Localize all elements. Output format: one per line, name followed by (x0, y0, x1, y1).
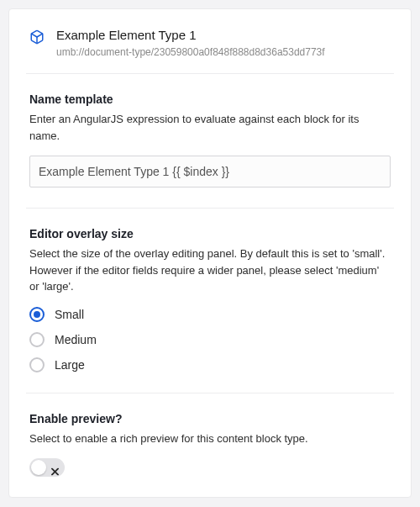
enable-preview-toggle[interactable] (29, 458, 65, 477)
overlay-size-option[interactable]: Medium (29, 332, 391, 347)
section-overlay-size: Editor overlay size Select the size of t… (9, 209, 411, 393)
name-template-input[interactable] (29, 156, 391, 187)
overlay-size-option[interactable]: Large (29, 357, 391, 372)
close-icon (51, 464, 59, 472)
header-uri: umb://document-type/23059800a0f848f888d8… (56, 46, 391, 58)
section-enable-preview: Enable preview? Select to enable a rich … (9, 393, 411, 498)
radio-button-icon (29, 332, 45, 347)
overlay-size-option-label: Large (55, 358, 85, 372)
enable-preview-title: Enable preview? (29, 412, 391, 425)
overlay-size-radio-group: SmallMediumLarge (29, 307, 391, 372)
overlay-size-title: Editor overlay size (29, 227, 391, 240)
overlay-size-option-label: Small (55, 308, 84, 321)
box-icon (29, 29, 45, 45)
overlay-size-option-label: Medium (55, 333, 97, 346)
radio-dot-icon (34, 311, 40, 318)
name-template-title: Name template (29, 92, 391, 106)
card-header: Example Element Type 1 umb://document-ty… (9, 9, 411, 73)
section-name-template: Name template Enter an AngularJS express… (9, 74, 411, 208)
radio-button-icon (29, 357, 45, 372)
overlay-size-description: Select the size of the overlay editing p… (29, 246, 391, 295)
radio-button-icon (29, 307, 45, 322)
name-template-description: Enter an AngularJS expression to evaluat… (29, 111, 391, 144)
enable-preview-description: Select to enable a rich preview for this… (29, 430, 391, 447)
settings-card: Example Element Type 1 umb://document-ty… (8, 8, 412, 498)
header-texts: Example Element Type 1 umb://document-ty… (56, 28, 391, 58)
header-title: Example Element Type 1 (56, 28, 391, 43)
toggle-knob (31, 460, 46, 475)
overlay-size-option[interactable]: Small (29, 307, 391, 322)
